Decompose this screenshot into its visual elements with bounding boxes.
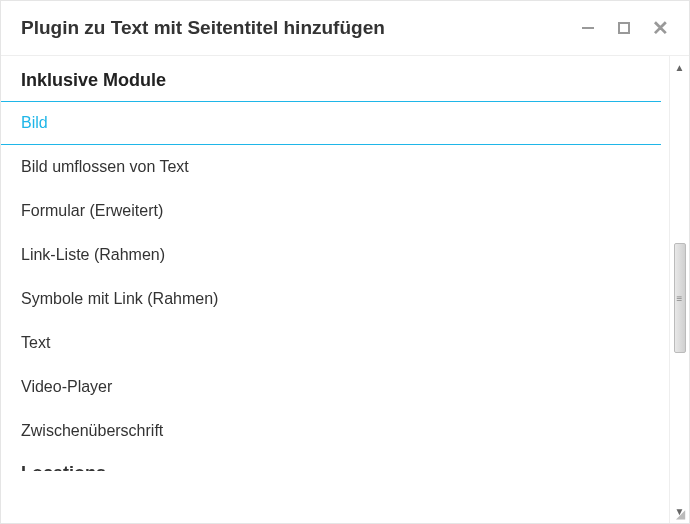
scroll-track[interactable]: [673, 73, 687, 506]
dialog-title: Plugin zu Text mit Seitentitel hinzufüge…: [21, 17, 579, 39]
list-item[interactable]: Bild umflossen von Text: [1, 145, 661, 189]
close-icon[interactable]: ✕: [651, 19, 669, 37]
list-item[interactable]: Formular (Erweitert): [1, 189, 661, 233]
scroll-up-icon[interactable]: ▲: [675, 62, 685, 73]
scroll-thumb[interactable]: [674, 243, 686, 353]
scrollbar[interactable]: ▲ ▼: [669, 56, 689, 523]
section-header-partial: Locations: [1, 453, 661, 471]
content-wrap: Inklusive Module Bild Bild umflossen von…: [1, 56, 689, 523]
maximize-icon[interactable]: [615, 19, 633, 37]
plugin-dialog: Plugin zu Text mit Seitentitel hinzufüge…: [0, 0, 690, 524]
resize-grip-icon[interactable]: ◢: [676, 507, 685, 521]
list-item[interactable]: Text: [1, 321, 661, 365]
list-item[interactable]: Link-Liste (Rahmen): [1, 233, 661, 277]
list-item[interactable]: Video-Player: [1, 365, 661, 409]
list-item[interactable]: Symbole mit Link (Rahmen): [1, 277, 661, 321]
section-header: Inklusive Module: [1, 56, 661, 101]
list-item[interactable]: Bild: [1, 101, 661, 145]
list-item[interactable]: Zwischenüberschrift: [1, 409, 661, 453]
svg-rect-0: [582, 27, 594, 29]
minimize-icon[interactable]: [579, 19, 597, 37]
window-controls: ✕: [579, 19, 669, 37]
content: Inklusive Module Bild Bild umflossen von…: [1, 56, 669, 523]
titlebar: Plugin zu Text mit Seitentitel hinzufüge…: [1, 1, 689, 56]
